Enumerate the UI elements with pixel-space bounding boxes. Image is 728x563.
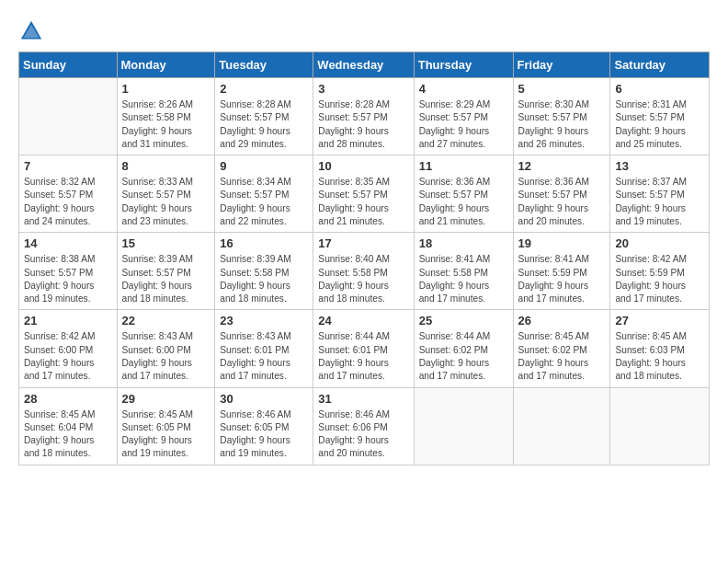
day-number: 15 (122, 236, 210, 250)
day-info: Sunrise: 8:46 AMSunset: 6:05 PMDaylight:… (220, 408, 308, 461)
calendar-cell: 19Sunrise: 8:41 AMSunset: 5:59 PMDayligh… (513, 233, 610, 310)
day-header-monday: Monday (117, 52, 215, 78)
calendar-cell: 18Sunrise: 8:41 AMSunset: 5:58 PMDayligh… (414, 233, 513, 310)
page-header (18, 18, 710, 44)
day-info: Sunrise: 8:38 AMSunset: 5:57 PMDaylight:… (24, 253, 112, 305)
day-info: Sunrise: 8:32 AMSunset: 5:57 PMDaylight:… (24, 176, 112, 228)
calendar-cell: 20Sunrise: 8:42 AMSunset: 5:59 PMDayligh… (610, 233, 710, 310)
calendar-cell: 22Sunrise: 8:43 AMSunset: 6:00 PMDayligh… (117, 310, 215, 387)
day-header-thursday: Thursday (414, 52, 513, 78)
day-info: Sunrise: 8:34 AMSunset: 5:57 PMDaylight:… (220, 176, 308, 228)
day-number: 14 (24, 236, 112, 250)
calendar-cell: 15Sunrise: 8:39 AMSunset: 5:57 PMDayligh… (117, 233, 215, 310)
day-info: Sunrise: 8:41 AMSunset: 5:59 PMDaylight:… (518, 253, 606, 305)
day-info: Sunrise: 8:44 AMSunset: 6:02 PMDaylight:… (419, 330, 508, 383)
day-number: 22 (122, 314, 210, 327)
day-info: Sunrise: 8:28 AMSunset: 5:57 PMDaylight:… (318, 98, 408, 151)
day-info: Sunrise: 8:41 AMSunset: 5:58 PMDaylight:… (419, 253, 508, 305)
calendar-cell: 21Sunrise: 8:42 AMSunset: 6:00 PMDayligh… (19, 310, 118, 387)
calendar-cell: 2Sunrise: 8:28 AMSunset: 5:57 PMDaylight… (215, 78, 313, 155)
calendar-cell: 9Sunrise: 8:34 AMSunset: 5:57 PMDaylight… (215, 155, 313, 233)
day-header-wednesday: Wednesday (313, 52, 414, 78)
day-info: Sunrise: 8:43 AMSunset: 6:01 PMDaylight:… (220, 330, 308, 383)
day-number: 11 (419, 159, 508, 173)
calendar-cell (513, 387, 610, 465)
calendar-cell: 14Sunrise: 8:38 AMSunset: 5:57 PMDayligh… (19, 233, 118, 310)
calendar-week-2: 7Sunrise: 8:32 AMSunset: 5:57 PMDaylight… (19, 155, 710, 233)
day-info: Sunrise: 8:35 AMSunset: 5:57 PMDaylight:… (318, 176, 408, 228)
calendar-cell: 24Sunrise: 8:44 AMSunset: 6:01 PMDayligh… (313, 310, 414, 387)
day-number: 29 (122, 392, 210, 406)
day-info: Sunrise: 8:31 AMSunset: 5:57 PMDaylight:… (615, 98, 704, 151)
calendar-week-5: 28Sunrise: 8:45 AMSunset: 6:04 PMDayligh… (19, 387, 710, 465)
day-info: Sunrise: 8:37 AMSunset: 5:57 PMDaylight:… (615, 176, 704, 228)
day-info: Sunrise: 8:46 AMSunset: 6:06 PMDaylight:… (318, 408, 408, 461)
day-number: 7 (24, 159, 112, 173)
day-header-tuesday: Tuesday (215, 52, 313, 78)
calendar-cell: 10Sunrise: 8:35 AMSunset: 5:57 PMDayligh… (313, 155, 414, 233)
calendar-header-row: SundayMondayTuesdayWednesdayThursdayFrid… (19, 52, 710, 78)
calendar-cell: 30Sunrise: 8:46 AMSunset: 6:05 PMDayligh… (215, 387, 313, 465)
calendar-cell: 12Sunrise: 8:36 AMSunset: 5:57 PMDayligh… (513, 155, 610, 233)
calendar-cell (414, 387, 513, 465)
day-number: 1 (122, 82, 210, 96)
calendar-cell: 27Sunrise: 8:45 AMSunset: 6:03 PMDayligh… (610, 310, 710, 387)
day-number: 5 (518, 82, 606, 96)
day-number: 25 (419, 314, 508, 327)
day-number: 21 (24, 314, 112, 327)
calendar-cell: 16Sunrise: 8:39 AMSunset: 5:58 PMDayligh… (215, 233, 313, 310)
day-number: 12 (518, 159, 606, 173)
day-info: Sunrise: 8:39 AMSunset: 5:58 PMDaylight:… (220, 253, 308, 305)
day-info: Sunrise: 8:26 AMSunset: 5:58 PMDaylight:… (122, 98, 210, 151)
calendar-cell: 29Sunrise: 8:45 AMSunset: 6:05 PMDayligh… (117, 387, 215, 465)
calendar-cell (610, 387, 710, 465)
day-number: 18 (419, 236, 508, 250)
day-info: Sunrise: 8:43 AMSunset: 6:00 PMDaylight:… (122, 330, 210, 383)
calendar-cell: 31Sunrise: 8:46 AMSunset: 6:06 PMDayligh… (313, 387, 414, 465)
day-number: 4 (419, 82, 508, 96)
day-number: 28 (24, 392, 112, 406)
day-number: 17 (318, 236, 408, 250)
day-number: 23 (220, 314, 308, 327)
day-info: Sunrise: 8:30 AMSunset: 5:57 PMDaylight:… (518, 98, 606, 151)
day-number: 3 (318, 82, 408, 96)
calendar-cell: 1Sunrise: 8:26 AMSunset: 5:58 PMDaylight… (117, 78, 215, 155)
day-number: 19 (518, 236, 606, 250)
day-number: 8 (122, 159, 210, 173)
day-info: Sunrise: 8:40 AMSunset: 5:58 PMDaylight:… (318, 253, 408, 305)
day-info: Sunrise: 8:28 AMSunset: 5:57 PMDaylight:… (220, 98, 308, 151)
day-number: 6 (615, 82, 704, 96)
calendar-cell (19, 78, 118, 155)
day-info: Sunrise: 8:45 AMSunset: 6:02 PMDaylight:… (518, 330, 606, 383)
logo-icon (18, 18, 44, 44)
day-number: 20 (615, 236, 704, 250)
day-info: Sunrise: 8:42 AMSunset: 5:59 PMDaylight:… (615, 253, 704, 305)
calendar-cell: 4Sunrise: 8:29 AMSunset: 5:57 PMDaylight… (414, 78, 513, 155)
day-header-friday: Friday (513, 52, 610, 78)
calendar-cell: 13Sunrise: 8:37 AMSunset: 5:57 PMDayligh… (610, 155, 710, 233)
calendar-cell: 7Sunrise: 8:32 AMSunset: 5:57 PMDaylight… (19, 155, 118, 233)
day-number: 10 (318, 159, 408, 173)
calendar-week-1: 1Sunrise: 8:26 AMSunset: 5:58 PMDaylight… (19, 78, 710, 155)
calendar-cell: 26Sunrise: 8:45 AMSunset: 6:02 PMDayligh… (513, 310, 610, 387)
calendar-cell: 11Sunrise: 8:36 AMSunset: 5:57 PMDayligh… (414, 155, 513, 233)
calendar-cell: 17Sunrise: 8:40 AMSunset: 5:58 PMDayligh… (313, 233, 414, 310)
day-number: 31 (318, 392, 408, 406)
day-info: Sunrise: 8:45 AMSunset: 6:04 PMDaylight:… (24, 408, 112, 461)
calendar-cell: 8Sunrise: 8:33 AMSunset: 5:57 PMDaylight… (117, 155, 215, 233)
logo (18, 18, 48, 44)
day-info: Sunrise: 8:36 AMSunset: 5:57 PMDaylight:… (518, 176, 606, 228)
day-number: 24 (318, 314, 408, 327)
day-number: 2 (220, 82, 308, 96)
calendar-cell: 6Sunrise: 8:31 AMSunset: 5:57 PMDaylight… (610, 78, 710, 155)
day-number: 13 (615, 159, 704, 173)
day-info: Sunrise: 8:33 AMSunset: 5:57 PMDaylight:… (122, 176, 210, 228)
day-info: Sunrise: 8:29 AMSunset: 5:57 PMDaylight:… (419, 98, 508, 151)
day-number: 27 (615, 314, 704, 327)
day-info: Sunrise: 8:39 AMSunset: 5:57 PMDaylight:… (122, 253, 210, 305)
calendar-cell: 5Sunrise: 8:30 AMSunset: 5:57 PMDaylight… (513, 78, 610, 155)
calendar-cell: 3Sunrise: 8:28 AMSunset: 5:57 PMDaylight… (313, 78, 414, 155)
calendar-week-4: 21Sunrise: 8:42 AMSunset: 6:00 PMDayligh… (19, 310, 710, 387)
day-number: 16 (220, 236, 308, 250)
calendar-table: SundayMondayTuesdayWednesdayThursdayFrid… (18, 52, 710, 465)
